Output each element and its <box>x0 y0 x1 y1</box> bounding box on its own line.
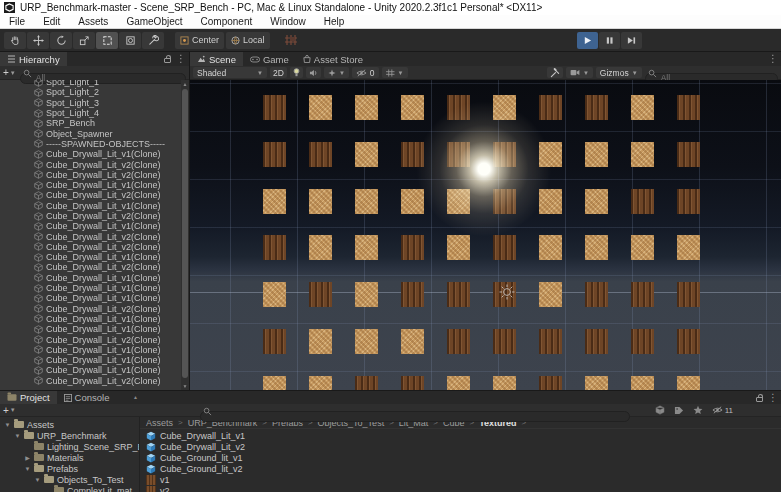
pause-button[interactable] <box>599 32 620 49</box>
hierarchy-item[interactable]: Cube_Drywall_Lit_v1(Clone) <box>0 324 189 334</box>
tree-folder-item[interactable]: ▼ Assets <box>0 419 139 430</box>
kebab-menu-icon[interactable]: ⋮ <box>176 54 186 64</box>
scene-cube[interactable] <box>263 189 286 214</box>
grid-snap-button[interactable] <box>282 32 302 49</box>
sun-gizmo[interactable] <box>498 283 516 301</box>
expander-icon[interactable]: ▼ <box>14 433 21 439</box>
scene-cube[interactable] <box>539 376 562 390</box>
file-item[interactable]: Cube_Drywall_Lit_v1 <box>146 430 781 441</box>
menu-item[interactable]: Edit <box>34 16 69 27</box>
scene-cube[interactable] <box>447 235 470 260</box>
hierarchy-item[interactable]: Cube_Drywall_Lit_v1(Clone) <box>0 180 189 190</box>
scene-cube[interactable] <box>539 282 562 307</box>
tab-asset-store[interactable]: Asset Store <box>296 52 370 66</box>
hierarchy-item[interactable]: Cube_Drywall_Lit_v2(Clone) <box>0 211 189 221</box>
hierarchy-item[interactable]: Cube_Drywall_Lit_v2(Clone) <box>0 242 189 252</box>
scene-cube[interactable] <box>631 142 654 167</box>
hierarchy-item[interactable]: Cube_Drywall_Lit_v1(Clone) <box>0 149 189 159</box>
transform-tool-button[interactable] <box>119 32 141 49</box>
hierarchy-item[interactable]: Cube_Drywall_Lit_v2(Clone) <box>0 376 189 386</box>
menu-item[interactable]: File <box>0 16 34 27</box>
scene-cube[interactable] <box>309 142 332 167</box>
scene-cube[interactable] <box>355 142 378 167</box>
scene-cube[interactable] <box>355 189 378 214</box>
hierarchy-item[interactable]: Cube_Drywall_Lit_v1(Clone) <box>0 293 189 303</box>
tab-scene[interactable]: Scene <box>190 52 243 66</box>
scene-cube[interactable] <box>585 95 608 120</box>
scene-cube[interactable] <box>447 95 470 120</box>
scene-cube[interactable] <box>539 235 562 260</box>
scene-cube[interactable] <box>677 376 700 390</box>
scene-cube[interactable] <box>401 142 424 167</box>
tab-project[interactable]: Project <box>0 391 57 404</box>
play-button[interactable] <box>577 32 598 49</box>
scene-cube[interactable] <box>401 329 424 354</box>
hierarchy-item[interactable]: Cube_Drywall_Lit_v1(Clone) <box>0 283 189 293</box>
hand-tool-button[interactable] <box>4 32 26 49</box>
scene-cube[interactable] <box>263 282 286 307</box>
expander-icon[interactable]: ▼ <box>4 422 11 428</box>
file-item[interactable]: v2 <box>146 485 781 492</box>
scene-cube[interactable] <box>585 282 608 307</box>
hierarchy-item[interactable]: Cube_Drywall_Lit_v1(Clone) <box>0 221 189 231</box>
hierarchy-scrollbar[interactable]: ▲ ▼ <box>181 80 189 390</box>
lock-icon[interactable] <box>164 58 171 63</box>
scene-cube[interactable] <box>677 95 700 120</box>
hierarchy-item[interactable]: Cube_Drywall_Lit_v2(Clone) <box>0 159 189 169</box>
scrollbar-thumb[interactable] <box>182 89 188 378</box>
scene-viewport[interactable] <box>190 80 781 390</box>
hierarchy-item[interactable]: Spot_Light_4 <box>0 108 189 118</box>
hierarchy-item[interactable]: Cube_Drywall_Lit_v2(Clone) <box>0 231 189 241</box>
scene-visibility-button[interactable]: 0 <box>352 67 379 78</box>
scene-cube[interactable] <box>401 376 424 390</box>
menu-item[interactable]: Assets <box>69 16 117 27</box>
menu-item[interactable]: Help <box>315 16 354 27</box>
file-item[interactable]: Cube_Drywall_Lit_v2 <box>146 441 781 452</box>
expander-icon[interactable]: ▼ <box>34 477 41 483</box>
menu-item[interactable]: Window <box>261 16 315 27</box>
grid-visibility-dropdown[interactable]: ▼ <box>382 67 408 78</box>
scene-cube[interactable] <box>355 282 378 307</box>
hidden-items-indicator[interactable]: 11 <box>712 406 733 415</box>
hierarchy-item[interactable]: Cube_Drywall_Lit_v1(Clone) <box>0 345 189 355</box>
file-item[interactable]: Cube_Ground_lit_v1 <box>146 452 781 463</box>
audio-toggle-button[interactable] <box>306 67 321 78</box>
hierarchy-item[interactable]: Spot_Light_3 <box>0 98 189 108</box>
scene-cube[interactable] <box>585 189 608 214</box>
scene-cube[interactable] <box>539 142 562 167</box>
scene-tools-button[interactable] <box>547 67 563 78</box>
scene-cube[interactable] <box>539 95 562 120</box>
hierarchy-item[interactable]: Cube_Drywall_Lit_v2(Clone) <box>0 304 189 314</box>
scene-cube[interactable] <box>631 376 654 390</box>
scene-cube[interactable] <box>447 376 470 390</box>
scene-cube[interactable] <box>401 189 424 214</box>
scene-cube[interactable] <box>401 282 424 307</box>
scene-cube[interactable] <box>355 329 378 354</box>
scene-cube[interactable] <box>631 329 654 354</box>
menu-item[interactable]: GameObject <box>117 16 191 27</box>
scene-cube[interactable] <box>677 142 700 167</box>
hierarchy-item[interactable]: Cube_Drywall_Lit_v1(Clone) <box>0 201 189 211</box>
scene-cube[interactable] <box>585 376 608 390</box>
favorites-star-icon[interactable] <box>693 405 703 415</box>
tree-folder-item[interactable]: ▶ Materials <box>0 452 139 463</box>
scene-cube[interactable] <box>677 235 700 260</box>
2d-toggle-button[interactable]: 2D <box>270 67 287 78</box>
hierarchy-item[interactable]: Object_Spawner <box>0 128 189 138</box>
tab-game[interactable]: Game <box>243 52 296 66</box>
scene-cube[interactable] <box>309 189 332 214</box>
label-filter-icon[interactable] <box>674 406 684 415</box>
tree-folder-item[interactable]: ▼ URP_Benchmark <box>0 430 139 441</box>
scene-cube[interactable] <box>401 235 424 260</box>
gizmos-dropdown[interactable]: Gizmos ▼ <box>596 67 642 78</box>
scene-cube[interactable] <box>539 329 562 354</box>
scene-cube[interactable] <box>447 189 470 214</box>
scene-cube[interactable] <box>355 376 378 390</box>
scene-cube[interactable] <box>631 235 654 260</box>
step-button[interactable] <box>621 32 642 49</box>
scene-cube[interactable] <box>263 376 286 390</box>
hierarchy-item[interactable]: Cube_Drywall_Lit_v2(Clone) <box>0 334 189 344</box>
tree-folder-item[interactable]: ▼ Objects_To_Test <box>0 474 139 485</box>
breadcrumb-item[interactable]: Assets > <box>146 418 188 428</box>
scroll-up-icon[interactable]: ▲ <box>133 394 779 400</box>
